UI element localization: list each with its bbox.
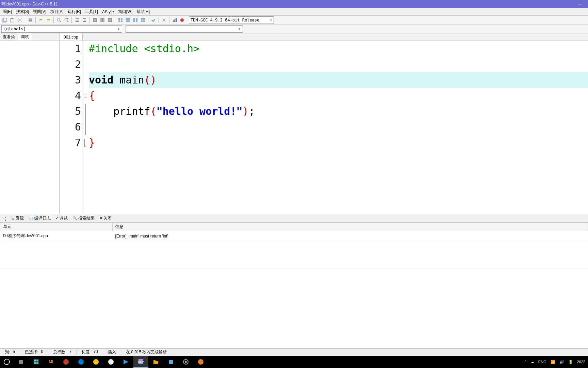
toolbar: TDM-GCC 4.9.2 64-bit Release ▾ [0, 16, 588, 25]
task-item[interactable] [163, 356, 178, 368]
grid3-button[interactable] [132, 17, 139, 24]
tray-volume-icon[interactable]: 🔊 [559, 360, 564, 364]
windows-taskbar: MI DEV ^ ☁ ENG 📶 🔊 🔋 2022 [0, 356, 588, 368]
compile-run-button[interactable] [107, 17, 113, 24]
line-number: 6 [60, 119, 81, 135]
task-item[interactable] [193, 356, 208, 368]
fold-toggle-icon[interactable]: − [84, 94, 87, 97]
status-parse: 在 0.015 秒内完成解析 [126, 349, 167, 355]
line-number: 5 [60, 104, 81, 119]
tray-chevron-icon[interactable]: ^ [525, 360, 526, 364]
start-button[interactable] [0, 356, 14, 368]
task-item-settings[interactable] [178, 356, 193, 368]
svg-rect-30 [141, 20, 143, 22]
menu-search[interactable]: 搜索[S] [14, 8, 31, 15]
bug-button[interactable] [179, 17, 185, 24]
code-content[interactable]: #include <stdio.h> void main() { printf(… [87, 41, 588, 214]
sidebar-tab-classview[interactable]: 查看类 [0, 33, 18, 41]
error-table: 单元 信息 D:\程序代码\dev\001.cpp [Error] ':main… [0, 223, 588, 269]
menu-view[interactable]: 视图[V] [31, 8, 48, 15]
column-header-unit[interactable]: 单元 [0, 223, 113, 231]
tray-clock[interactable]: 2022 [577, 360, 585, 364]
menu-bar: 编[E] 搜索[S] 视图[V] 项目[P] 运行[R] 工具[T] AStyl… [0, 8, 588, 16]
column-header-message[interactable]: 信息 [113, 223, 588, 231]
bottom-tab-searchresults[interactable]: 🔍搜索结果 [70, 215, 97, 222]
svg-rect-13 [76, 21, 79, 22]
line-number: 4 [60, 88, 81, 104]
check-icon: ✓ [55, 216, 59, 220]
editor-area: 001.cpp 1 2 3 4 5 6 7 − #incl [60, 33, 588, 214]
copy-button[interactable] [1, 17, 8, 24]
replace-button[interactable] [63, 17, 70, 24]
task-item[interactable] [59, 356, 74, 368]
unindent-button[interactable] [74, 17, 80, 24]
svg-rect-20 [118, 18, 120, 20]
svg-rect-34 [176, 18, 177, 22]
tray-ime[interactable]: ENG [538, 360, 546, 364]
menu-window[interactable]: 窗口[W] [116, 8, 134, 15]
tray-wifi-icon[interactable]: 📶 [551, 360, 555, 364]
tray-battery-icon[interactable]: 🔋 [568, 360, 573, 364]
menu-tools[interactable]: 工具[T] [83, 8, 100, 15]
code-token: "hello world!" [157, 105, 243, 117]
paste-button[interactable] [9, 17, 16, 24]
cut-button[interactable] [16, 17, 23, 24]
bottom-tab-debug[interactable]: ✓调试 [53, 215, 70, 222]
chart-button[interactable] [171, 17, 178, 24]
svg-point-35 [180, 18, 184, 22]
menu-project[interactable]: 项目[P] [48, 8, 66, 15]
svg-rect-26 [133, 18, 135, 22]
find-button[interactable] [55, 17, 62, 24]
cancel-button[interactable] [161, 17, 167, 24]
task-item[interactable] [103, 356, 118, 368]
status-len-value: 70 [93, 349, 98, 355]
minimize-button[interactable]: ─ [578, 2, 581, 6]
task-item[interactable] [88, 356, 103, 368]
svg-point-50 [185, 361, 187, 363]
editor-tab-file[interactable]: 001.cpp [60, 33, 83, 41]
bottom-tab-generic[interactable]: ▫) [1, 215, 9, 221]
search-icon: 🔍 [72, 216, 77, 220]
task-item[interactable] [118, 356, 133, 368]
print-button[interactable] [27, 17, 34, 24]
task-item-folder[interactable] [148, 356, 163, 368]
indent-button[interactable] [81, 17, 88, 24]
error-message: [Error] ':main' must return 'int' [113, 231, 588, 241]
task-item[interactable]: MI [44, 356, 59, 368]
compile-button[interactable] [92, 17, 98, 24]
task-item-devcpp[interactable]: DEV [133, 356, 148, 368]
menu-run[interactable]: 运行[R] [66, 8, 83, 15]
grid1-button[interactable] [117, 17, 124, 24]
svg-rect-33 [174, 19, 175, 22]
member-selector[interactable]: ▾ [126, 25, 243, 33]
menu-edit[interactable]: 编[E] [1, 8, 14, 15]
svg-text:DEV: DEV [138, 361, 144, 364]
undo-button[interactable] [37, 17, 44, 24]
fold-gutter: − [83, 41, 87, 214]
menu-help[interactable]: 帮助[H] [134, 8, 152, 15]
compiler-selector[interactable]: TDM-GCC 4.9.2 64-bit Release ▾ [189, 16, 274, 24]
check-button[interactable] [150, 17, 157, 24]
task-item-edge[interactable] [74, 356, 88, 368]
task-item-explorer[interactable] [29, 356, 44, 368]
svg-rect-17 [93, 18, 97, 22]
sidebar-tab-debug[interactable]: 调试 [18, 33, 32, 41]
title-bar: 码\dev\001.cpp - Dev-C++ 5.11 ─ [0, 0, 588, 8]
bottom-tab-compilelog[interactable]: 📊编译日志 [27, 215, 53, 222]
menu-astyle[interactable]: AStyle [100, 9, 116, 15]
svg-rect-40 [34, 362, 36, 364]
grid4-button[interactable] [140, 17, 146, 24]
redo-button[interactable] [45, 17, 52, 24]
task-item[interactable] [14, 356, 29, 368]
bottom-tab-resources[interactable]: ☷资源 [9, 215, 26, 222]
scope-selector[interactable]: (globals) ▾ [1, 25, 122, 33]
svg-rect-12 [76, 20, 79, 20]
grid2-button[interactable] [125, 17, 131, 24]
bottom-tab-close[interactable]: ✕关闭 [97, 215, 114, 222]
scope-value: (globals) [4, 27, 26, 31]
svg-rect-39 [36, 359, 38, 362]
run-button[interactable] [99, 17, 106, 24]
error-row[interactable]: D:\程序代码\dev\001.cpp [Error] ':main' must… [0, 231, 588, 241]
code-editor[interactable]: 1 2 3 4 5 6 7 − #include <stdio.h> vo [60, 41, 588, 214]
tray-onedrive-icon[interactable]: ☁ [530, 360, 534, 364]
